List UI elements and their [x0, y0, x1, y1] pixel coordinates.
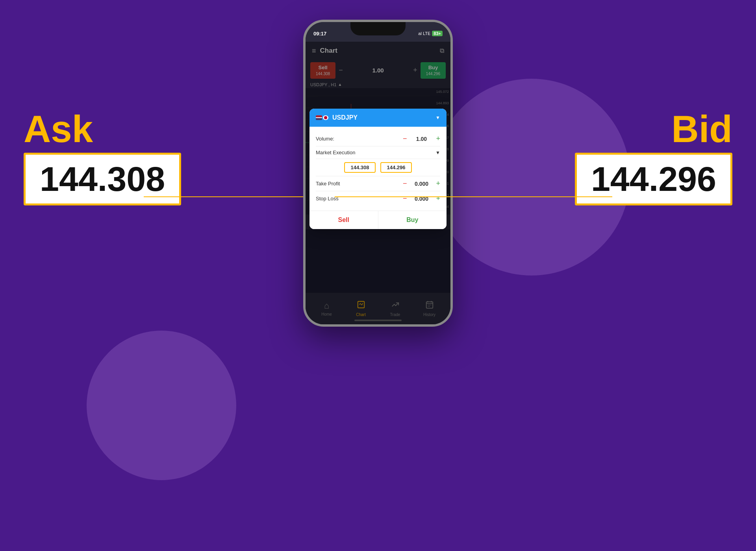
signal-text: al LTE: [418, 31, 430, 36]
take-profit-value: 0.000: [411, 181, 431, 187]
volume-plus-button[interactable]: +: [436, 135, 440, 143]
jp-flag: [323, 115, 328, 120]
take-profit-row: Take Profit − 0.000 +: [316, 176, 440, 191]
phone-container: 09:17 al LTE 83+ ≡ Chart ⧉ Sell 144.308 …: [303, 20, 453, 327]
ask-price-field[interactable]: 144.308: [344, 162, 376, 173]
status-icons: al LTE 83+: [418, 31, 443, 36]
status-time: 09:17: [313, 31, 326, 37]
modal-pair-name: USDJPY: [332, 114, 432, 121]
phone-notch: [350, 22, 406, 35]
modal-sell-button[interactable]: Sell: [309, 211, 378, 229]
stop-loss-value: 0.000: [411, 196, 431, 202]
take-profit-minus-button[interactable]: −: [403, 179, 407, 188]
ask-price-value: 144.308: [40, 162, 165, 196]
bg-decoration-circle-2: [87, 331, 236, 480]
bid-price-field[interactable]: 144.296: [380, 162, 412, 173]
bid-price-value: 144.296: [591, 162, 716, 196]
stop-loss-minus-button[interactable]: −: [403, 194, 407, 203]
stop-loss-row: Stop Loss − 0.000 +: [316, 191, 440, 206]
take-profit-label: Take Profit: [316, 181, 403, 187]
trade-modal: USDJPY ▼ Volume: − 1.00 +: [309, 109, 447, 229]
take-profit-plus-button[interactable]: +: [436, 179, 440, 188]
execution-label: Market Execution: [316, 150, 435, 155]
volume-label: Volume:: [316, 136, 403, 142]
execution-row[interactable]: Market Execution ▼: [316, 146, 440, 159]
modal-header: USDJPY ▼: [309, 109, 447, 127]
modal-buy-button[interactable]: Buy: [378, 211, 447, 229]
stop-loss-label: Stop Loss: [316, 196, 403, 202]
modal-actions: Sell Buy: [309, 211, 447, 229]
ask-label: Ask: [24, 110, 93, 148]
bid-label: Bid: [671, 110, 732, 148]
stop-loss-plus-button[interactable]: +: [436, 194, 440, 203]
bid-section: Bid 144.296: [575, 110, 732, 205]
phone-frame: 09:17 al LTE 83+ ≡ Chart ⧉ Sell 144.308 …: [303, 20, 453, 327]
pair-flags: [316, 115, 328, 120]
us-flag: [316, 115, 322, 120]
ask-section: Ask 144.308: [24, 110, 181, 205]
volume-minus-button[interactable]: −: [403, 135, 407, 143]
battery-badge: 83+: [432, 31, 443, 36]
price-row: 144.308 144.296: [316, 159, 440, 176]
volume-row: Volume: − 1.00 +: [316, 131, 440, 146]
volume-value: 1.00: [411, 136, 431, 142]
bid-price-box: 144.296: [575, 153, 732, 205]
modal-overlay[interactable]: USDJPY ▼ Volume: − 1.00 +: [306, 42, 450, 324]
modal-body: Volume: − 1.00 + Market Execution ▼: [309, 127, 447, 211]
ask-price-box: 144.308: [24, 153, 181, 205]
execution-dropdown-icon[interactable]: ▼: [435, 150, 440, 155]
modal-dropdown-icon[interactable]: ▼: [435, 115, 440, 120]
phone-screen: ≡ Chart ⧉ Sell 144.308 − 1.00 + Buy 144.…: [306, 42, 450, 324]
